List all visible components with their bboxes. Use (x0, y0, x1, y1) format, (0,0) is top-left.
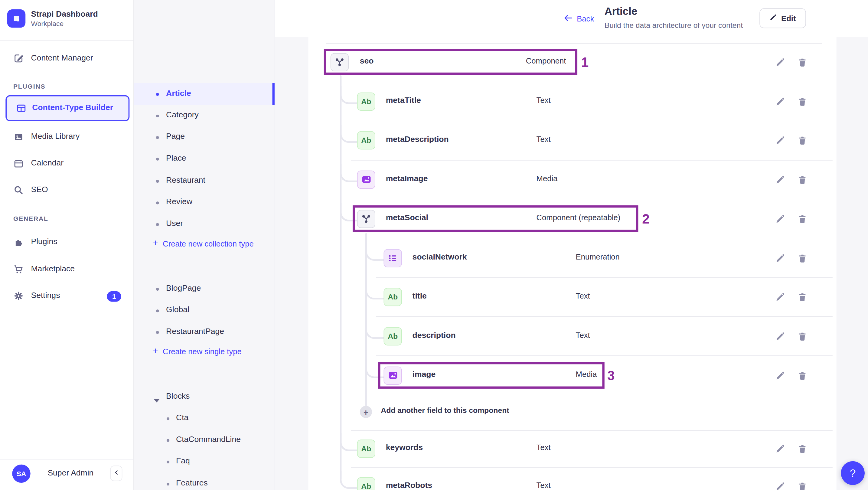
list-bullet (156, 93, 158, 95)
delete-field-button[interactable] (797, 481, 807, 490)
help-button[interactable]: ? (841, 461, 865, 485)
list-bullet (156, 158, 158, 160)
panel-item-place[interactable]: Place (134, 149, 275, 169)
text-field-glyph: Ab (361, 444, 371, 453)
text-icon: Ab (383, 288, 402, 306)
edit-field-button[interactable] (775, 481, 785, 490)
panel-item-faq[interactable]: Faq (134, 452, 275, 472)
panel-item-blogpage[interactable]: BlogPage (134, 279, 275, 299)
help-label: ? (850, 467, 856, 479)
list-bullet (156, 309, 158, 312)
edit-field-button[interactable] (775, 214, 785, 224)
panel-item-user[interactable]: User (134, 214, 275, 234)
edit-label: Edit (781, 14, 796, 23)
page-title: Article (604, 5, 637, 18)
text-icon: Ab (357, 439, 375, 457)
panel-item-label: CtaCommandLine (176, 435, 241, 443)
delete-field-button[interactable] (797, 331, 807, 341)
plus-icon: + (153, 238, 158, 248)
panel-group-label: Blocks (166, 391, 190, 400)
edit-field-button[interactable] (775, 57, 785, 67)
sidebar-item-label: Marketplace (31, 264, 75, 273)
list-bullet (156, 202, 158, 204)
panel-group-blocks[interactable]: Blocks (134, 387, 275, 407)
tree-elbow (365, 281, 385, 300)
list-bullet (167, 461, 169, 463)
panel-item-cta[interactable]: Cta (134, 409, 275, 429)
page-subtitle: Build the data architecture of your cont… (604, 21, 743, 29)
sidebar-item-seo[interactable]: SEO (0, 181, 133, 201)
delete-field-button[interactable] (797, 214, 807, 224)
delete-field-button[interactable] (797, 175, 807, 184)
delete-field-button[interactable] (797, 253, 807, 263)
text-field-glyph: Ab (388, 293, 398, 301)
row-divider (351, 467, 832, 468)
delete-field-button[interactable] (797, 96, 807, 106)
edit-field-button[interactable] (775, 253, 785, 263)
panel-item-restaurantpage[interactable]: RestaurantPage (134, 322, 275, 342)
field-type: Text (536, 134, 551, 143)
edit-field-button[interactable] (775, 135, 785, 145)
annotation-number-1: 1 (581, 55, 589, 70)
panel-item-global[interactable]: Global (134, 301, 275, 320)
sidebar-item-calendar[interactable]: Calendar (0, 154, 133, 174)
annotation-number-3: 3 (607, 368, 615, 384)
panel-item-label: User (166, 219, 183, 227)
sidebar-item-media-library[interactable]: Media Library (0, 127, 133, 147)
panel-item-restaurant[interactable]: Restaurant (134, 171, 275, 191)
panel-item-ctacommandline[interactable]: CtaCommandLine (134, 430, 275, 450)
create-new-single-type-link[interactable]: +Create new single type (134, 344, 275, 362)
delete-field-button[interactable] (797, 135, 807, 145)
panel-item-review[interactable]: Review (134, 193, 275, 213)
sidebar-item-marketplace[interactable]: Marketplace (0, 259, 133, 279)
delete-field-button[interactable] (797, 292, 807, 302)
edit-field-button[interactable] (775, 175, 785, 184)
row-divider (351, 160, 832, 161)
row-divider (326, 43, 822, 44)
delete-field-button[interactable] (797, 57, 807, 67)
back-link[interactable]: Back (563, 13, 594, 25)
tree-elbow (340, 471, 359, 489)
panel-item-label: Cta (176, 413, 188, 422)
edit-field-button[interactable] (775, 443, 785, 453)
edit-field-button[interactable] (775, 292, 785, 302)
back-arrow-icon (563, 13, 573, 25)
field-type: Media (536, 174, 558, 183)
sidebar-item-content-type-builder[interactable]: Content-Type Builder (5, 95, 129, 121)
field-type: Text (536, 443, 551, 452)
marketplace-icon (13, 264, 24, 275)
back-label: Back (577, 14, 594, 23)
tree-elbow (340, 433, 359, 451)
page-header: Back Article Build the data architecture… (275, 0, 868, 37)
edit-button[interactable]: Edit (760, 8, 806, 28)
sidebar-item-label: Calendar (31, 158, 63, 167)
sidebar-collapse-button[interactable] (110, 465, 122, 481)
delete-field-button[interactable] (797, 443, 807, 453)
pencil-icon (770, 14, 777, 23)
panel-item-article[interactable]: Article (134, 84, 275, 104)
list-bullet (156, 288, 158, 290)
panel-item-label: Page (166, 132, 185, 141)
field-type: Enumeration (576, 252, 620, 261)
edit-field-button[interactable] (775, 370, 785, 380)
sidebar-item-settings[interactable]: Settings1 (0, 286, 133, 306)
content-manager-icon (13, 53, 24, 64)
add-field-to-component-label[interactable]: Add another field to this component (381, 406, 509, 415)
field-name: socialNetwork (412, 252, 467, 261)
add-field-to-component-button[interactable]: + (360, 406, 372, 418)
list-bullet (167, 483, 169, 485)
edit-field-button[interactable] (775, 96, 785, 106)
sidebar-item-content-manager[interactable]: Content Manager (0, 49, 133, 69)
create-new-collection-type-link[interactable]: +Create new collection type (134, 236, 275, 254)
sidebar-item-label: Media Library (31, 132, 80, 141)
panel-item-features[interactable]: Features (134, 474, 275, 490)
sidebar-item-plugins[interactable]: Plugins (0, 233, 133, 252)
panel-item-label: Place (166, 153, 186, 162)
panel-item-category[interactable]: Category (134, 106, 275, 126)
text-icon: Ab (357, 477, 375, 490)
edit-field-button[interactable] (775, 331, 785, 341)
strapi-logo-icon (7, 9, 25, 28)
delete-field-button[interactable] (797, 370, 807, 380)
panel-item-page[interactable]: Page (134, 127, 275, 147)
panel-item-label: Review (166, 197, 192, 206)
